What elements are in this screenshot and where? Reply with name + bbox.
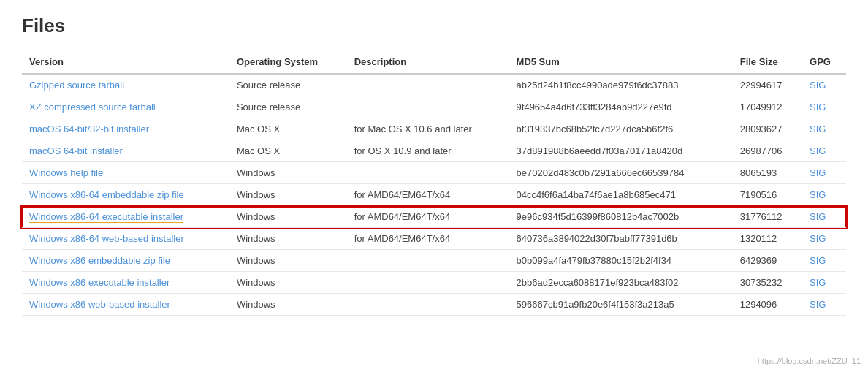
table-row: macOS 64-bit/32-bit installerMac OS Xfor… <box>22 118 846 140</box>
gpg-sig-link[interactable]: SIG <box>810 189 826 200</box>
cell-version: Gzipped source tarball <box>22 74 229 96</box>
version-link[interactable]: XZ compressed source tarball <box>29 102 156 113</box>
cell-description <box>347 250 509 272</box>
cell-os: Windows <box>229 250 347 272</box>
cell-os: Windows <box>229 228 347 250</box>
cell-gpg: SIG <box>802 250 846 272</box>
version-link[interactable]: Gzipped source tarball <box>29 80 124 91</box>
cell-md5: 596667cb91a9fb20e6f4f153f3a213a5 <box>509 294 733 316</box>
cell-gpg: SIG <box>802 162 846 184</box>
cell-version: Windows x86 executable installer <box>22 272 229 294</box>
cell-gpg: SIG <box>802 206 846 228</box>
cell-filesize: 26987706 <box>733 140 802 162</box>
gpg-sig-link[interactable]: SIG <box>810 167 826 178</box>
gpg-sig-link[interactable]: SIG <box>810 102 826 113</box>
cell-os: Windows <box>229 184 347 206</box>
gpg-sig-link[interactable]: SIG <box>810 211 826 222</box>
cell-filesize: 22994617 <box>733 74 802 96</box>
cell-description: for OS X 10.9 and later <box>347 140 509 162</box>
table-row: Windows x86 web-based installerWindows59… <box>22 294 846 316</box>
cell-md5: 9f49654a4d6f733ff3284ab9d227e9fd <box>509 96 733 118</box>
col-header-filesize: File Size <box>733 50 802 74</box>
cell-md5: b0b099a4fa479fb37880c15f2b2f4f34 <box>509 250 733 272</box>
cell-gpg: SIG <box>802 228 846 250</box>
cell-version: Windows x86-64 embeddable zip file <box>22 184 229 206</box>
table-row: Windows help fileWindowsbe70202d483c0b72… <box>22 162 846 184</box>
cell-filesize: 1294096 <box>733 294 802 316</box>
version-link[interactable]: macOS 64-bit/32-bit installer <box>29 123 149 134</box>
table-row: Windows x86-64 executable installerWindo… <box>22 206 846 228</box>
cell-filesize: 31776112 <box>733 206 802 228</box>
files-table: Version Operating System Description MD5… <box>22 50 846 316</box>
cell-md5: 9e96c934f5d16399f860812b4ac7002b <box>509 206 733 228</box>
version-link[interactable]: Windows x86-64 executable installer <box>29 211 183 223</box>
cell-filesize: 6429369 <box>733 250 802 272</box>
cell-description: for AMD64/EM64T/x64 <box>347 206 509 228</box>
col-header-os: Operating System <box>229 50 347 74</box>
table-row: Windows x86 embeddable zip fileWindowsb0… <box>22 250 846 272</box>
version-link[interactable]: Windows x86 executable installer <box>29 277 170 288</box>
gpg-sig-link[interactable]: SIG <box>810 277 826 288</box>
cell-version: Windows help file <box>22 162 229 184</box>
version-link[interactable]: Windows help file <box>29 167 103 178</box>
col-header-md5: MD5 Sum <box>509 50 733 74</box>
col-header-version: Version <box>22 50 229 74</box>
cell-filesize: 17049912 <box>733 96 802 118</box>
version-link[interactable]: Windows x86-64 web-based installer <box>29 233 184 244</box>
cell-version: Windows x86 embeddable zip file <box>22 250 229 272</box>
page-title: Files <box>22 15 846 37</box>
cell-gpg: SIG <box>802 184 846 206</box>
table-row: XZ compressed source tarballSource relea… <box>22 96 846 118</box>
cell-os: Source release <box>229 96 347 118</box>
cell-version: Windows x86-64 executable installer <box>22 206 229 228</box>
version-link[interactable]: Windows x86 embeddable zip file <box>29 255 170 266</box>
cell-gpg: SIG <box>802 294 846 316</box>
cell-gpg: SIG <box>802 74 846 96</box>
cell-version: Windows x86-64 web-based installer <box>22 228 229 250</box>
cell-os: Source release <box>229 74 347 96</box>
cell-gpg: SIG <box>802 272 846 294</box>
cell-description: for Mac OS X 10.6 and later <box>347 118 509 140</box>
cell-description: for AMD64/EM64T/x64 <box>347 184 509 206</box>
cell-md5: 37d891988b6aeedd7f03a70171a8420d <box>509 140 733 162</box>
cell-os: Mac OS X <box>229 140 347 162</box>
cell-os: Windows <box>229 206 347 228</box>
gpg-sig-link[interactable]: SIG <box>810 80 826 91</box>
cell-filesize: 28093627 <box>733 118 802 140</box>
table-row: macOS 64-bit installerMac OS Xfor OS X 1… <box>22 140 846 162</box>
cell-gpg: SIG <box>802 118 846 140</box>
cell-os: Windows <box>229 272 347 294</box>
cell-filesize: 7190516 <box>733 184 802 206</box>
cell-description <box>347 162 509 184</box>
cell-version: XZ compressed source tarball <box>22 96 229 118</box>
cell-gpg: SIG <box>802 96 846 118</box>
cell-os: Mac OS X <box>229 118 347 140</box>
version-link[interactable]: Windows x86-64 embeddable zip file <box>29 189 184 200</box>
col-header-description: Description <box>347 50 509 74</box>
gpg-sig-link[interactable]: SIG <box>810 255 826 266</box>
gpg-sig-link[interactable]: SIG <box>810 123 826 134</box>
cell-gpg: SIG <box>802 140 846 162</box>
cell-os: Windows <box>229 162 347 184</box>
version-link[interactable]: macOS 64-bit installer <box>29 145 123 156</box>
cell-version: Windows x86 web-based installer <box>22 294 229 316</box>
version-link[interactable]: Windows x86 web-based installer <box>29 299 170 310</box>
gpg-sig-link[interactable]: SIG <box>810 299 826 310</box>
cell-version: macOS 64-bit installer <box>22 140 229 162</box>
cell-md5: 640736a3894022d30f7babff77391d6b <box>509 228 733 250</box>
cell-md5: bf319337bc68b52fc7d227dca5b6f2f6 <box>509 118 733 140</box>
cell-description <box>347 96 509 118</box>
table-row: Windows x86-64 embeddable zip fileWindow… <box>22 184 846 206</box>
cell-description: for AMD64/EM64T/x64 <box>347 228 509 250</box>
gpg-sig-link[interactable]: SIG <box>810 233 826 244</box>
cell-version: macOS 64-bit/32-bit installer <box>22 118 229 140</box>
gpg-sig-link[interactable]: SIG <box>810 145 826 156</box>
table-row: Windows x86 executable installerWindows2… <box>22 272 846 294</box>
table-row: Gzipped source tarballSource releaseab25… <box>22 74 846 96</box>
cell-filesize: 30735232 <box>733 272 802 294</box>
table-header-row: Version Operating System Description MD5… <box>22 50 846 74</box>
table-row: Windows x86-64 web-based installerWindow… <box>22 228 846 250</box>
cell-md5: 04cc4f6f6a14ba74f6ae1a8b685ec471 <box>509 184 733 206</box>
col-header-gpg: GPG <box>802 50 846 74</box>
cell-description <box>347 272 509 294</box>
